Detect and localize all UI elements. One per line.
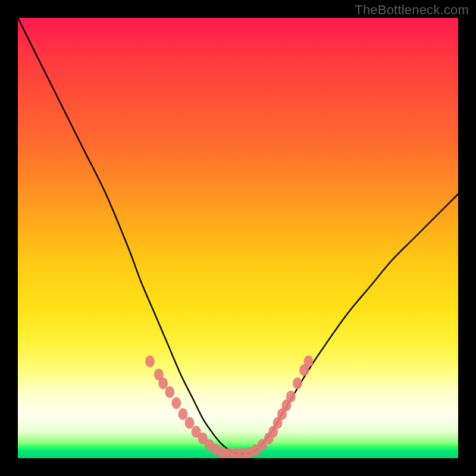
plot-area — [18, 18, 458, 458]
marker-dot — [303, 355, 313, 367]
marker-dot — [178, 408, 188, 420]
marker-dot — [286, 390, 296, 402]
chart-frame: TheBottleneck.com — [0, 0, 476, 476]
curve-svg — [18, 18, 458, 458]
marker-dot — [293, 377, 302, 389]
marker-dot — [145, 355, 155, 367]
watermark-text: TheBottleneck.com — [355, 2, 469, 18]
bottleneck-curve — [18, 18, 458, 454]
marker-dot — [171, 397, 181, 409]
marker-dot — [158, 377, 168, 389]
marker-group — [145, 355, 313, 458]
marker-dot — [165, 386, 174, 398]
marker-dot — [185, 417, 195, 429]
